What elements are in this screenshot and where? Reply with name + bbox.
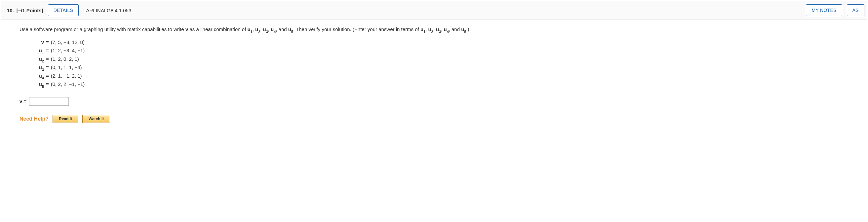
vector-value: (1, 2, −3, 4, −1) bbox=[51, 46, 85, 55]
need-help-label: Need Help? bbox=[20, 116, 49, 122]
vector-row-u1: u1 = (1, 2, −3, 4, −1) bbox=[34, 46, 848, 55]
question-container: 10. [–/1 Points] DETAILS LARLINALG8 4.1.… bbox=[1, 1, 867, 131]
vector-label: u2 bbox=[34, 55, 44, 63]
equals-sign: = bbox=[46, 80, 49, 89]
details-button[interactable]: DETAILS bbox=[48, 4, 79, 16]
prompt-text: . Then verify your solution. (Enter your… bbox=[293, 26, 421, 32]
vector-value: (2, 1, −1, 2, 1) bbox=[51, 72, 82, 80]
header-right: MY NOTES AS bbox=[806, 4, 861, 16]
vector-label: u4 bbox=[34, 72, 44, 80]
vector-v-symbol: v bbox=[185, 26, 188, 32]
vector-label: u3 bbox=[34, 63, 44, 72]
vector-row-u2: u2 = (1, 2, 0, 2, 1) bbox=[34, 55, 848, 63]
equals-sign: = bbox=[46, 38, 49, 46]
question-points: [–/1 Points] bbox=[17, 8, 43, 13]
question-header: 10. [–/1 Points] DETAILS LARLINALG8 4.1.… bbox=[1, 1, 867, 20]
vector-value: (0, 1, 1, 1, −4) bbox=[51, 63, 82, 72]
vector-u2-symbol: u2 bbox=[255, 26, 260, 32]
prompt-text: Use a software program or a graphing uti… bbox=[20, 26, 185, 32]
vector-value: (1, 2, 0, 2, 1) bbox=[51, 55, 79, 63]
prompt-text: , bbox=[433, 26, 436, 32]
vector-u1-symbol: u1 bbox=[421, 26, 425, 32]
vector-u3-symbol: u3 bbox=[263, 26, 268, 32]
vector-u5-symbol: u5 bbox=[288, 26, 293, 32]
answer-row: v = bbox=[20, 97, 848, 106]
vector-u5-symbol: u5 bbox=[461, 26, 466, 32]
prompt-text: , and bbox=[276, 26, 288, 32]
equals-sign: = bbox=[46, 72, 49, 80]
prompt-text: , and bbox=[449, 26, 461, 32]
question-prompt: Use a software program or a graphing uti… bbox=[20, 26, 848, 33]
read-it-button[interactable]: Read It bbox=[53, 115, 78, 123]
prompt-text: , bbox=[252, 26, 255, 32]
vector-row-u4: u4 = (2, 1, −1, 2, 1) bbox=[34, 72, 848, 80]
vector-row-u5: u5 = (0, 2, 2, −1, −1) bbox=[34, 80, 848, 89]
question-body: Use a software program or a graphing uti… bbox=[1, 20, 867, 131]
textbook-reference: LARLINALG8 4.1.053. bbox=[83, 8, 132, 13]
vector-label: u5 bbox=[34, 80, 44, 89]
vector-value: (0, 2, 2, −1, −1) bbox=[51, 80, 85, 89]
vector-row-u3: u3 = (0, 1, 1, 1, −4) bbox=[34, 63, 848, 72]
prompt-text: .) bbox=[466, 26, 469, 32]
vector-label: u1 bbox=[34, 46, 44, 55]
equals-sign: = bbox=[46, 55, 49, 63]
watch-it-button[interactable]: Watch It bbox=[82, 115, 110, 123]
vector-row-v: v = (7, 5, −8, 12, 8) bbox=[34, 38, 848, 46]
my-notes-button[interactable]: MY NOTES bbox=[806, 4, 842, 16]
equals-sign: = bbox=[46, 46, 49, 55]
vector-definitions: v = (7, 5, −8, 12, 8) u1 = (1, 2, −3, 4,… bbox=[34, 38, 848, 89]
equals-sign: = bbox=[46, 63, 49, 72]
answer-label: v = bbox=[20, 98, 26, 104]
ask-teacher-button-cut[interactable]: AS bbox=[847, 4, 864, 16]
vector-u1-symbol: u1 bbox=[248, 26, 252, 32]
prompt-text: as a linear combination of bbox=[188, 26, 247, 32]
vector-u4-symbol: u4 bbox=[443, 26, 448, 32]
prompt-text: , bbox=[260, 26, 263, 32]
prompt-text: , bbox=[268, 26, 271, 32]
vector-value: (7, 5, −8, 12, 8) bbox=[51, 38, 85, 46]
vector-u4-symbol: u4 bbox=[271, 26, 276, 32]
vector-u2-symbol: u2 bbox=[428, 26, 433, 32]
need-help-section: Need Help? Read It Watch It bbox=[20, 115, 848, 123]
question-number: 10. bbox=[7, 8, 14, 13]
vector-label: v bbox=[34, 38, 44, 46]
answer-input[interactable] bbox=[29, 97, 69, 106]
vector-u3-symbol: u3 bbox=[436, 26, 441, 32]
